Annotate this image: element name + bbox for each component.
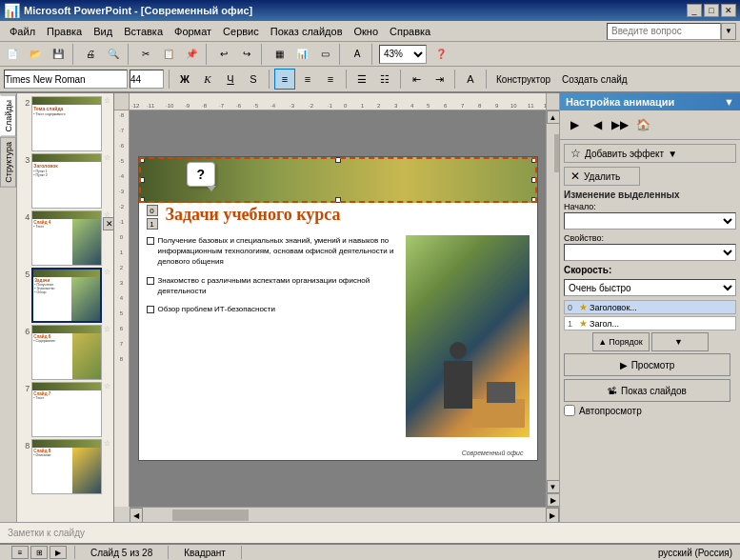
property-dropdown[interactable] — [564, 244, 736, 261]
notes-label[interactable]: Заметки к слайду — [8, 528, 85, 538]
save-button[interactable]: 💾 — [48, 44, 69, 65]
insert-table-button[interactable]: ▦ — [269, 44, 290, 65]
help-input[interactable] — [607, 23, 721, 40]
tab-slides[interactable]: Слайды — [0, 95, 16, 137]
thumbnail-item-2[interactable]: 2 Тема слайда • Текст содержимого ☆ — [19, 95, 111, 152]
handle-tm[interactable] — [335, 157, 341, 163]
thumbnail-item-7[interactable]: 7 Слайд 7• Текст ☆ — [19, 381, 111, 438]
font-color-button[interactable]: A — [460, 69, 481, 90]
handle-bm[interactable] — [335, 197, 341, 203]
menu-slideshow[interactable]: Показ слайдов — [265, 24, 349, 39]
copy-button[interactable]: 📋 — [158, 44, 179, 65]
menu-view[interactable]: Вид — [88, 24, 118, 39]
preview-button[interactable]: ▶ Просмотр — [564, 353, 730, 376]
slidesorter-view-button[interactable]: ⊞ — [30, 546, 48, 559]
thumbnail-item-3[interactable]: 3 Заголовок • Пункт 1 • Пункт 2 ☆ — [19, 152, 111, 210]
anim-back-icon[interactable]: ◀ — [587, 114, 608, 135]
maximize-button[interactable]: □ — [704, 4, 719, 17]
close-button[interactable]: ✕ — [721, 4, 736, 17]
speed-dropdown[interactable]: Очень быстро — [564, 279, 736, 296]
h-scroll-track[interactable] — [143, 508, 546, 522]
thumb-img-4[interactable]: Слайд 4• Текст — [31, 210, 102, 266]
help-button[interactable]: ❓ — [430, 44, 451, 65]
anim-panel-arrow[interactable]: ▼ — [724, 96, 734, 108]
redo-button[interactable]: ↪ — [236, 44, 257, 65]
slide-canvas[interactable]: 0 1 ? Задачи учебного курса — [138, 156, 538, 461]
menu-tools[interactable]: Сервис — [217, 24, 265, 39]
create-slide-button[interactable]: Создать слайд — [557, 69, 632, 90]
align-left-button[interactable]: ≡ — [274, 69, 295, 90]
anim-home-icon[interactable]: 🏠 — [632, 114, 653, 135]
anim-forward-icon[interactable]: ▶▶ — [610, 114, 630, 135]
undo-button[interactable]: ↩ — [213, 44, 234, 65]
thumbnail-item-4[interactable]: 4 Слайд 4• Текст ☆ — [19, 210, 111, 267]
zoom-select[interactable]: 43% 50% 75% 100% — [379, 45, 427, 64]
menu-help[interactable]: Справка — [384, 24, 436, 39]
scroll-up-button[interactable]: ▲ — [547, 110, 560, 124]
italic-button[interactable]: К — [197, 69, 218, 90]
underline-button[interactable]: Ч — [220, 69, 241, 90]
autopreview-checkbox[interactable] — [564, 405, 575, 416]
thumbnail-item-5[interactable]: 5 Задачи• Получение• Знакомство• Обзор ☆ — [19, 267, 111, 324]
thumb-img-2[interactable]: Тема слайда • Текст содержимого — [31, 96, 102, 151]
insert-chart-button[interactable]: 📊 — [291, 44, 312, 65]
scroll-thumb[interactable] — [554, 134, 560, 172]
order-down-button[interactable]: ▼ — [651, 332, 709, 351]
cut-button[interactable]: ✂ — [135, 44, 156, 65]
help-arrow-button[interactable]: ▼ — [721, 23, 736, 40]
font-size-selector[interactable] — [130, 70, 164, 89]
anim-item-1[interactable]: 1 ★ Загол... — [564, 316, 736, 330]
h-scroll-thumb[interactable] — [172, 510, 249, 521]
thumbnail-item-6[interactable]: 6 Слайд 6• Содержание ☆ — [19, 324, 111, 381]
num-list-button[interactable]: ☷ — [374, 69, 395, 90]
thumb-img-3[interactable]: Заголовок • Пункт 1 • Пункт 2 — [31, 153, 102, 209]
menu-insert[interactable]: Вставка — [118, 24, 169, 39]
normal-view-button[interactable]: ≡ — [11, 546, 29, 559]
handle-tr[interactable] — [531, 157, 537, 163]
vertical-scrollbar[interactable]: ▲ ▼ ▶ — [546, 110, 559, 507]
menu-window[interactable]: Окно — [349, 24, 385, 39]
thumb-panel-close-button[interactable]: ✕ — [103, 217, 114, 230]
anim-play-icon[interactable]: ▶ — [564, 114, 585, 135]
print-button[interactable]: 🖨 — [80, 44, 101, 65]
scroll-down-button[interactable]: ▼ — [547, 480, 560, 493]
list-button[interactable]: ☰ — [351, 69, 372, 90]
h-scroll-left[interactable]: ◀ — [130, 508, 143, 522]
anim-item-0[interactable]: 0 ★ Заголовок... — [564, 300, 736, 314]
minimize-button[interactable]: _ — [687, 4, 702, 17]
handle-mr[interactable] — [531, 177, 537, 183]
order-up-button[interactable]: ▲ Порядок — [592, 332, 650, 351]
strikethrough-button[interactable]: S — [243, 69, 264, 90]
menu-edit[interactable]: Правка — [41, 24, 88, 39]
align-right-button[interactable]: ≡ — [320, 69, 341, 90]
paste-button[interactable]: 📌 — [181, 44, 202, 65]
insert-shape-button[interactable]: ▭ — [314, 44, 335, 65]
thumb-img-6[interactable]: Слайд 6• Содержание — [31, 325, 102, 380]
thumb-img-5[interactable]: Задачи• Получение• Знакомство• Обзор — [31, 268, 102, 323]
handle-br[interactable] — [531, 197, 537, 203]
indent-inc-button[interactable]: ⇥ — [429, 69, 450, 90]
thumb-img-8[interactable]: Слайд 8• Описание — [31, 439, 102, 494]
menu-format[interactable]: Формат — [169, 24, 217, 39]
designer-button[interactable]: Конструктор — [491, 69, 555, 90]
new-button[interactable]: 📄 — [2, 44, 23, 65]
zoom-out-button[interactable]: A — [347, 44, 368, 65]
add-effect-button[interactable]: ☆ Добавить эффект ▼ — [564, 144, 736, 163]
bold-button[interactable]: Ж — [174, 69, 195, 90]
thumb-img-7[interactable]: Слайд 7• Текст — [31, 382, 102, 437]
delete-effect-button[interactable]: ✕ Удалить — [564, 167, 640, 186]
align-center-button[interactable]: ≡ — [297, 69, 318, 90]
thumbnail-item-8[interactable]: 8 Слайд 8• Описание ☆ — [19, 438, 111, 495]
handle-bl[interactable] — [139, 197, 145, 203]
presentation-view-button[interactable]: ▶ — [50, 546, 67, 559]
font-selector[interactable] — [4, 70, 128, 89]
slideshow-button[interactable]: 📽 Показ слайдов — [564, 379, 730, 402]
scroll-right-button[interactable]: ▶ — [547, 493, 560, 507]
indent-dec-button[interactable]: ⇤ — [406, 69, 427, 90]
menu-file[interactable]: Файл — [4, 24, 41, 39]
tab-structure[interactable]: Структура — [0, 137, 16, 188]
handle-ml[interactable] — [139, 177, 145, 183]
start-dropdown[interactable] — [564, 212, 736, 230]
h-scroll-right[interactable]: ▶ — [546, 508, 559, 522]
open-button[interactable]: 📂 — [25, 44, 46, 65]
